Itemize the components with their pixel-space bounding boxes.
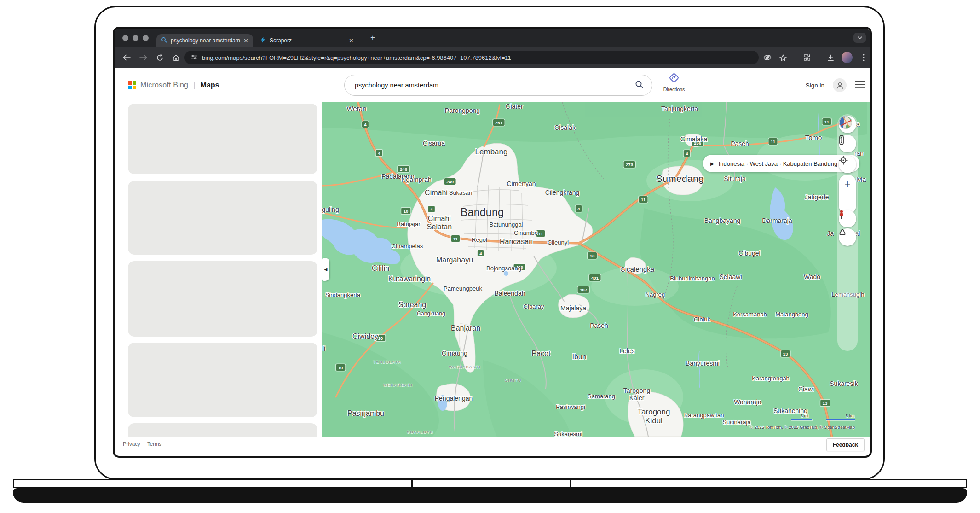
- eye-off-icon[interactable]: [762, 52, 773, 63]
- site-info-icon[interactable]: [191, 54, 197, 62]
- tilt-button[interactable]: [839, 228, 856, 246]
- map-label: Malangbong: [775, 311, 808, 318]
- road-shield: 4: [428, 206, 435, 212]
- loading-skeleton-card: [128, 181, 317, 255]
- map-label: Bluburlimbangan: [670, 275, 715, 282]
- address-bar[interactable]: bing.com/maps/search?FORM=Z9LH2&style=r&…: [184, 51, 759, 64]
- streetside-pegman-icon: [839, 210, 844, 219]
- map-label: Lembang: [475, 147, 508, 156]
- breadcrumb-expand-icon[interactable]: ▶: [710, 161, 714, 166]
- map-label: Cimahi: [425, 189, 448, 197]
- search-favicon-icon: [161, 37, 167, 44]
- map-label: Cibugel: [738, 250, 760, 257]
- map-label: Ciparay: [524, 303, 544, 310]
- map-canvas[interactable]: 4251256411114246249273111041111444001340…: [322, 102, 870, 437]
- locate-me-button[interactable]: [839, 156, 856, 173]
- road-shield: 246: [398, 166, 409, 172]
- directions-button[interactable]: Directions: [660, 71, 688, 92]
- map-label: Cibiuk: [694, 316, 710, 323]
- privacy-link[interactable]: Privacy: [123, 441, 140, 447]
- tab-close-icon[interactable]: ✕: [243, 38, 248, 44]
- reload-button[interactable]: [154, 52, 165, 63]
- maps-search-box[interactable]: [344, 75, 652, 96]
- sidebar-collapse-button[interactable]: ◀: [322, 258, 329, 281]
- account-avatar[interactable]: [833, 78, 847, 92]
- map-label: Bangbayang: [704, 217, 741, 225]
- bing-logo[interactable]: Microsoft Bing | Maps: [128, 68, 219, 102]
- map-label: Samarang: [588, 393, 615, 400]
- map-label: Ngamprah: [401, 176, 431, 184]
- map-label: Sindangkerta: [325, 292, 361, 299]
- map-label: Ja: [827, 230, 834, 238]
- road-shield: 11: [451, 235, 460, 242]
- browser-tab-inactive[interactable]: Scraperz ✕: [255, 34, 358, 47]
- microsoft-logo-icon: [128, 81, 136, 89]
- road-shield: 13: [781, 350, 790, 357]
- traffic-button[interactable]: [839, 135, 856, 152]
- map-label: Cilengkrang: [545, 189, 580, 197]
- map-label: Pasirwangi: [556, 404, 585, 411]
- map-label: Cangkuang: [417, 311, 445, 317]
- feedback-button[interactable]: Feedback: [826, 438, 865, 451]
- lightning-favicon-icon: [260, 37, 266, 44]
- map-label: Karangtengah: [752, 375, 790, 382]
- kebab-menu-icon[interactable]: [858, 52, 869, 63]
- window-zoom-button[interactable]: [143, 35, 149, 41]
- map-label: MEKARSARI: [383, 383, 413, 387]
- tab-search-chevron-button[interactable]: [853, 33, 866, 43]
- map-label: Wetan: [346, 105, 366, 113]
- road-shield: 13: [588, 252, 597, 259]
- location-breadcrumb[interactable]: ▶ Indonesia · West Java · Kabupaten Band…: [703, 155, 859, 172]
- forward-button[interactable]: [138, 52, 149, 63]
- browser-tab-active[interactable]: psychology near amsterdam ✕: [156, 34, 253, 47]
- product-text: Maps: [201, 81, 219, 89]
- road-shield: 4: [362, 121, 369, 128]
- extensions-icon[interactable]: [801, 52, 813, 63]
- map-label: Sumedang: [656, 173, 704, 184]
- zoom-in-button[interactable]: +: [839, 175, 856, 194]
- maps-search-input[interactable]: [345, 82, 635, 89]
- map-label: Baleendah: [495, 290, 525, 297]
- browser-toolbar: bing.com/maps/search?FORM=Z9LH2&style=r&…: [115, 47, 870, 68]
- map-label: Leles: [619, 348, 634, 355]
- search-icon[interactable]: [635, 80, 644, 91]
- results-sidebar: [115, 102, 322, 437]
- loading-skeleton-card: [128, 261, 317, 337]
- map-label: Pasirjambu: [347, 409, 384, 418]
- back-button[interactable]: [121, 52, 132, 63]
- map-label: Karangpawitan: [684, 412, 724, 419]
- tab-close-icon[interactable]: ✕: [349, 38, 354, 44]
- map-label: Cicalengka: [620, 266, 654, 274]
- locate-crosshair-icon: [839, 156, 848, 165]
- download-icon[interactable]: [825, 52, 836, 63]
- directions-diamond-icon: [668, 71, 680, 84]
- map-label: Ibun: [572, 353, 586, 361]
- scale-km-label: 5 km: [846, 414, 855, 418]
- map-copyright: © 2025 TomTom, © 2025 GrabTaxi, © OpenSt…: [750, 425, 855, 430]
- bookmark-star-icon[interactable]: [778, 52, 789, 63]
- road-shield: 401: [589, 274, 601, 281]
- map-style-button[interactable]: [839, 116, 856, 133]
- map-label: Tomo: [805, 134, 822, 142]
- road-shield: 251: [493, 119, 505, 126]
- home-button[interactable]: [170, 52, 181, 63]
- new-tab-button[interactable]: +: [370, 33, 375, 42]
- map-label: Ciawi: [798, 386, 814, 393]
- map-label: Cisarua: [423, 140, 445, 147]
- laptop-hinge-notch: [570, 480, 571, 487]
- map-label: Jatigede: [805, 194, 829, 201]
- sign-in-link[interactable]: Sign in: [806, 82, 824, 89]
- streetside-button[interactable]: [839, 210, 856, 227]
- window-close-button[interactable]: [122, 35, 128, 41]
- map-label: SUKALUYU: [407, 430, 433, 434]
- terms-link[interactable]: Terms: [147, 441, 161, 447]
- hamburger-menu-icon[interactable]: [855, 81, 865, 90]
- map-label: Pengalengan: [435, 395, 473, 402]
- map-label: Margahayu: [436, 256, 473, 264]
- tab-strip: psychology near amsterdam ✕ Scraperz ✕ +: [115, 29, 870, 47]
- road-shield: 4: [684, 150, 690, 157]
- window-minimize-button[interactable]: [133, 35, 138, 41]
- profile-avatar[interactable]: [842, 52, 853, 63]
- traffic-light-icon: [839, 135, 844, 145]
- map-label: Ciwidey: [352, 332, 378, 341]
